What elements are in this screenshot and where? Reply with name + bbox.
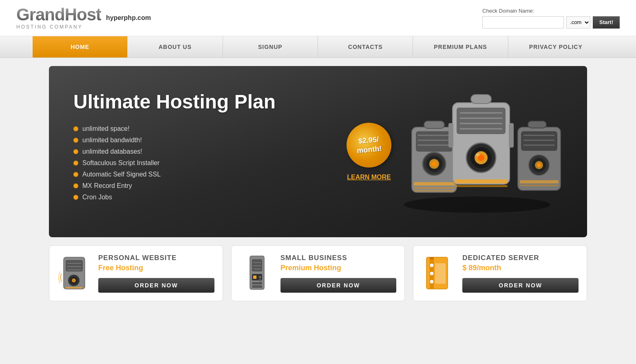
nav-link-about[interactable]: ABOUT US [128,36,223,57]
cards-row: PERSONAL WEBSITE Free Hosting ORDER NOW [49,245,587,301]
nav-link-privacy[interactable]: PRIVACY POLICY [508,36,603,57]
order-button-personal[interactable]: ORDER NOW [98,278,214,293]
nav-link-plans[interactable]: PREMIUM PLANS [413,36,508,57]
nav-item-privacy[interactable]: PRIVACY POLICY [508,36,603,57]
card-business: SMALL BUSINESS Premium Hosting ORDER NOW [231,245,405,301]
nav-item-about[interactable]: ABOUT US [128,36,223,57]
svg-rect-67 [435,263,446,284]
svg-point-59 [259,279,261,282]
hero-features: unlimited space! unlimited bandwidth! un… [73,125,347,201]
nav-list: HOME ABOUT US SIGNUP CONTACTS PREMIUM PL… [33,36,603,57]
svg-rect-10 [414,182,455,185]
svg-point-38 [537,163,541,167]
svg-rect-41 [528,121,546,128]
svg-rect-27 [471,95,491,104]
card-info-business: SMALL BUSINESS Premium Hosting ORDER NOW [280,254,397,293]
nav-link-home[interactable]: HOME [33,36,128,57]
hero-banner: Ultimate Hosting Plan unlimited space! u… [49,66,587,237]
svg-rect-26 [455,185,508,187]
header: GrandHost HOSTING COMPANY hyperphp.com C… [0,0,636,36]
svg-point-66 [430,280,434,284]
hero-left: Ultimate Hosting Plan unlimited space! u… [73,90,347,213]
logo-subtitle: HOSTING COMPANY [16,24,101,30]
price-badge: $2.95/month! [344,121,393,169]
card-dedicated: DEDICATED SERVER $ 89/month ORDER NOW [413,245,587,301]
svg-point-49 [72,278,76,282]
card-subtitle-dedicated: $ 89/month [462,264,579,272]
bullet-icon [73,183,78,188]
svg-rect-12 [414,190,455,192]
feature-6: MX Record Entry [73,182,347,190]
svg-rect-13 [424,121,444,128]
logo-text: GrandHost HOSTING COMPANY [16,6,101,30]
svg-rect-11 [414,187,455,189]
svg-rect-61 [252,285,262,288]
order-button-dedicated[interactable]: ORDER NOW [462,278,579,293]
feature-1: unlimited space! [73,125,347,132]
bullet-icon [73,195,78,200]
domain-input[interactable] [482,16,564,29]
card-title-personal: PERSONAL WEBSITE [98,254,214,262]
hero-image-area [391,86,563,217]
svg-rect-25 [455,179,508,183]
svg-point-58 [259,276,261,278]
nav-link-contacts[interactable]: CONTACTS [318,36,413,57]
card-subtitle-business: Premium Hosting [280,264,397,272]
tower-icon [240,255,272,292]
svg-point-65 [430,271,434,276]
bullet-icon [73,161,78,165]
nav-link-signup[interactable]: SIGNUP [223,36,318,57]
svg-rect-2 [416,131,453,152]
svg-rect-31 [521,131,557,151]
svg-rect-60 [252,282,262,285]
card-icon-server [57,255,90,292]
learn-more-link[interactable]: LEARN MORE [347,174,391,181]
main-content: Ultimate Hosting Plan unlimited space! u… [33,58,603,309]
svg-rect-39 [520,180,559,183]
card-icon-tower [240,255,272,292]
card-info-dedicated: DEDICATED SERVER $ 89/month ORDER NOW [462,254,579,293]
domain-check-area: Check Domain Name: .com .net .org .info … [482,8,620,29]
svg-rect-15 [457,108,506,134]
logo-brand: GrandHost [16,6,101,23]
domain-select[interactable]: .com .net .org .info [566,16,590,29]
svg-rect-28 [448,123,453,148]
svg-rect-57 [253,276,256,279]
bullet-icon [73,138,78,143]
svg-point-24 [476,153,479,157]
logo-domain: hyperphp.com [106,14,151,22]
nav-item-signup[interactable]: SIGNUP [223,36,318,57]
bullet-icon [73,172,78,177]
price-text: $2.95/month! [356,135,382,156]
nav-item-contacts[interactable]: CONTACTS [318,36,413,57]
start-button[interactable]: Start! [593,16,620,29]
nav-item-plans[interactable]: PREMIUM PLANS [413,36,508,57]
card-title-business: SMALL BUSINESS [280,254,397,262]
feature-5: Automatic Self Signed SSL [73,171,347,178]
svg-point-0 [404,196,550,213]
order-button-business[interactable]: ORDER NOW [280,278,397,293]
hero-title: Ultimate Hosting Plan [73,90,347,113]
feature-2: unlimited bandwidth! [73,137,347,144]
domain-check-label: Check Domain Name: [482,8,534,14]
domain-check-row: .com .net .org .info Start! [482,16,620,29]
nav-item-home[interactable]: HOME [33,36,128,57]
svg-point-64 [430,263,434,267]
bullet-icon [73,126,78,131]
hero-illustration [391,86,563,217]
main-nav: HOME ABOUT US SIGNUP CONTACTS PREMIUM PL… [0,36,636,58]
feature-3: unlimited databases! [73,148,347,155]
bullet-icon [73,149,78,154]
svg-rect-40 [520,185,559,186]
card-personal: PERSONAL WEBSITE Free Hosting ORDER NOW [49,245,223,301]
server-icon [57,255,90,292]
card-subtitle-personal: Free Hosting [98,264,214,272]
logo-area: GrandHost HOSTING COMPANY hyperphp.com [16,6,151,30]
hero-price-area: $2.95/month! LEARN MORE [347,123,391,181]
feature-4: Softaculous Script Installer [73,159,347,167]
card-icon-folder [422,255,454,292]
svg-rect-29 [509,123,514,148]
card-title-dedicated: DEDICATED SERVER [462,254,579,262]
svg-point-9 [432,161,437,166]
svg-rect-68 [430,257,434,259]
